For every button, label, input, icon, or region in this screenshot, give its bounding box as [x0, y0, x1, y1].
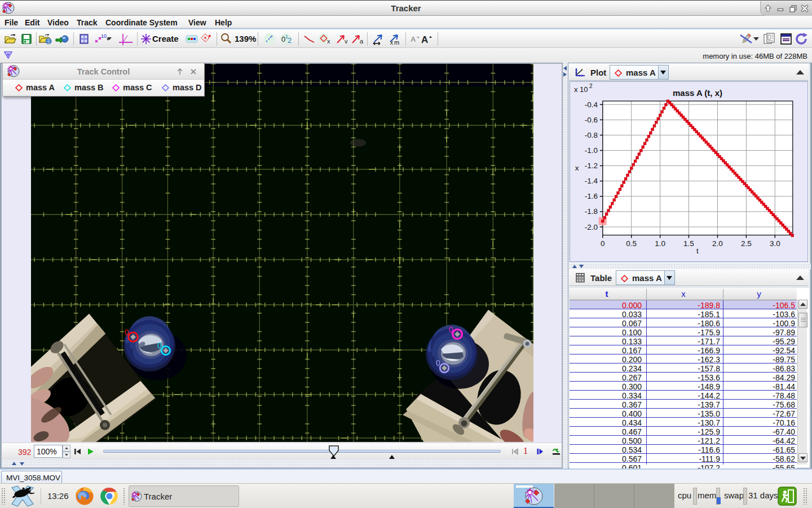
svg-text:x 10: x 10: [574, 85, 588, 94]
svg-text:2.5: 2.5: [741, 239, 752, 248]
svg-text:-1.8: -1.8: [585, 207, 598, 216]
svg-text:1.5: 1.5: [683, 239, 694, 248]
svg-text:2.0: 2.0: [712, 239, 723, 248]
svg-text:-1.6: -1.6: [585, 192, 598, 200]
svg-text:0.5: 0.5: [626, 239, 637, 248]
svg-text:x: x: [575, 164, 579, 172]
svg-text:v: v: [345, 38, 348, 45]
svg-text:-1.0: -1.0: [585, 146, 598, 155]
svg-text:0: 0: [601, 239, 605, 248]
svg-text:x: x: [327, 38, 330, 45]
svg-text:a: a: [360, 38, 364, 45]
svg-text:0: 0: [436, 358, 440, 367]
svg-text:x: x: [390, 40, 393, 45]
svg-text:-1.2: -1.2: [585, 161, 598, 170]
svg-text:0: 0: [157, 341, 162, 350]
svg-text:-0.4: -0.4: [585, 100, 598, 109]
svg-text:10: 10: [101, 33, 107, 39]
svg-text:-0.6: -0.6: [585, 116, 598, 124]
svg-text:0: 0: [125, 328, 129, 337]
svg-text:2: 2: [288, 36, 292, 45]
svg-text:m: m: [394, 39, 399, 45]
svg-text:-1.4: -1.4: [585, 177, 598, 185]
svg-text:-0.8: -0.8: [585, 131, 598, 139]
svg-text:A: A: [421, 34, 428, 45]
svg-text:t: t: [696, 247, 699, 255]
svg-text:2: 2: [589, 83, 593, 89]
svg-text:-2.0: -2.0: [585, 223, 598, 231]
svg-text:0: 0: [449, 325, 453, 334]
svg-text:3.0: 3.0: [770, 239, 780, 248]
svg-text:1.0: 1.0: [655, 239, 665, 248]
svg-text:A: A: [411, 35, 416, 43]
svg-text:mass A (t, x): mass A (t, x): [673, 88, 722, 98]
